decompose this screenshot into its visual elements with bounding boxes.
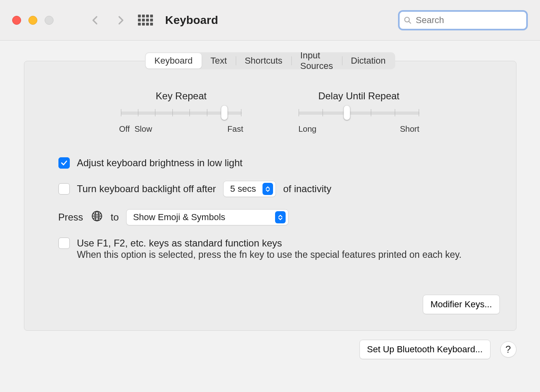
delay-long-label: Long [299, 124, 317, 134]
backlight-off-label-after: of inactivity [283, 183, 331, 195]
titlebar: Keyboard [0, 0, 540, 41]
globe-row-mid: to [111, 212, 119, 223]
search-field[interactable] [398, 10, 528, 30]
forward-button[interactable] [115, 15, 126, 26]
search-input[interactable] [416, 15, 522, 26]
delay-repeat-label: Delay Until Repeat [299, 90, 420, 102]
keyboard-panel: Keyboard Text Shortcuts Input Sources Di… [24, 61, 516, 331]
bluetooth-keyboard-button[interactable]: Set Up Bluetooth Keyboard... [359, 340, 491, 359]
backlight-delay-select[interactable]: 5 secs [223, 181, 276, 197]
delay-short-label: Short [400, 124, 420, 134]
delay-repeat-slider[interactable] [299, 111, 420, 115]
backlight-off-checkbox[interactable] [58, 183, 70, 195]
key-repeat-fast-label: Fast [228, 124, 243, 134]
tab-bar: Keyboard Text Shortcuts Input Sources Di… [145, 52, 396, 69]
tab-text[interactable]: Text [202, 53, 236, 69]
backlight-off-label-before: Turn keyboard backlight off after [77, 183, 216, 195]
delay-repeat-thumb[interactable] [344, 105, 350, 120]
stepper-icon [275, 211, 286, 223]
zoom-window-button[interactable] [45, 16, 54, 25]
help-button[interactable]: ? [500, 341, 516, 358]
close-window-button[interactable] [12, 16, 21, 25]
minimize-window-button[interactable] [28, 16, 37, 25]
key-repeat-slow-label: Slow [135, 124, 152, 134]
tab-dictation[interactable]: Dictation [342, 53, 395, 69]
modifier-keys-button[interactable]: Modifier Keys... [423, 295, 500, 314]
fn-keys-hint: When this option is selected, press the … [77, 248, 482, 261]
key-repeat-thumb[interactable] [221, 105, 228, 120]
delay-until-repeat-group: Delay Until Repeat Long Short [299, 90, 420, 134]
window-controls [12, 16, 54, 25]
fn-keys-label: Use F1, F2, etc. keys as standard functi… [77, 238, 282, 249]
nav-buttons [90, 15, 126, 26]
key-repeat-label: Key Repeat [121, 90, 242, 102]
adjust-brightness-checkbox[interactable] [58, 157, 70, 169]
page-title: Keyboard [165, 14, 218, 27]
check-icon [60, 159, 68, 167]
key-repeat-off-label: Off [119, 124, 130, 134]
back-button[interactable] [90, 15, 101, 26]
tab-input-sources[interactable]: Input Sources [291, 53, 342, 69]
key-repeat-slider[interactable] [121, 111, 242, 115]
globe-action-select[interactable]: Show Emoji & Symbols [126, 209, 288, 225]
svg-line-1 [409, 21, 411, 23]
show-all-button[interactable] [138, 15, 153, 26]
fn-keys-checkbox[interactable] [58, 238, 70, 249]
backlight-delay-value: 5 secs [230, 184, 256, 194]
globe-action-value: Show Emoji & Symbols [133, 212, 269, 223]
adjust-brightness-label: Adjust keyboard brightness in low light [77, 157, 243, 169]
tab-keyboard[interactable]: Keyboard [146, 53, 202, 69]
globe-row-prefix: Press [58, 212, 83, 223]
stepper-icon [262, 183, 273, 195]
tab-shortcuts[interactable]: Shortcuts [236, 53, 291, 69]
globe-icon [90, 210, 103, 224]
key-repeat-group: Key Repeat Off Slow Fast [121, 90, 242, 134]
search-icon [404, 16, 412, 25]
